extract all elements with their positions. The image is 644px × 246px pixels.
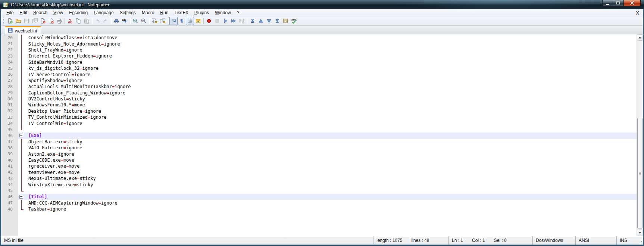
close-file-button[interactable]: × <box>39 17 47 25</box>
menu-help[interactable]: ? <box>234 9 243 16</box>
menu-encoding[interactable]: Encoding <box>66 9 91 16</box>
editor-line-32[interactable]: 32Desktop User Picture=ignore <box>1 108 637 114</box>
editor-line-20[interactable]: 20ConsoleWindowClass=vista:dontmove <box>1 35 637 41</box>
scrollbar-thumb[interactable] <box>637 118 643 228</box>
minimize-button[interactable] <box>602 0 613 6</box>
fold-collapse-icon[interactable] <box>19 195 23 199</box>
menu-plugins[interactable]: Plugins <box>191 9 212 16</box>
title-bar[interactable]: C:\Users\James\Desktop\wechsel.ini - Not… <box>0 0 644 9</box>
run-macro-multiple-button[interactable] <box>229 17 238 25</box>
save-button[interactable] <box>22 17 31 25</box>
editor-line-48[interactable]: 48Taskbar=ignore <box>1 206 637 212</box>
zoom-out-button[interactable] <box>140 17 148 25</box>
editor-line-43[interactable]: 43Nexus-Ultimate.exe=sticky <box>1 175 637 181</box>
menu-settings[interactable]: Settings <box>117 9 139 16</box>
code-text[interactable]: TV_ControlWin=ignore <box>25 120 637 126</box>
show-all-characters-button[interactable]: ¶ <box>178 17 186 25</box>
code-text[interactable]: SideBarWndv10=ignore <box>25 59 637 65</box>
close-button[interactable] <box>624 0 641 6</box>
code-text[interactable]: Sticky_Notes_Note_Adornment=ignore <box>25 41 637 47</box>
editor-pane[interactable]: 20ConsoleWindowClass=vista:dontmove21Sti… <box>1 34 643 236</box>
menu-textfx[interactable]: TextFX <box>171 9 191 16</box>
editor-line-35[interactable]: 35 <box>1 127 637 133</box>
code-text[interactable]: EasyCODE.exe=move <box>25 157 637 163</box>
code-text[interactable]: kv_ds_digitclock_32=ignore <box>25 65 637 71</box>
editor-line-38[interactable]: 38VAIO Gate.exe=ignore <box>1 145 637 151</box>
record-macro-button[interactable] <box>205 17 213 25</box>
editor-line-21[interactable]: 21Sticky_Notes_Note_Adornment=ignore <box>1 41 637 47</box>
cut-button[interactable] <box>66 17 74 25</box>
code-text[interactable]: ObjectBar.exe=sticky <box>25 139 637 145</box>
editor-line-26[interactable]: 26TV_ServerControl=ignore <box>1 71 637 77</box>
code-text[interactable]: ConsoleWindowClass=vista:dontmove <box>25 35 637 41</box>
menu-run[interactable]: Run <box>157 9 171 16</box>
toolbar-grip[interactable] <box>3 18 4 24</box>
editor-line-25[interactable]: 25kv_ds_digitclock_32=ignore <box>1 65 637 71</box>
find-button[interactable] <box>112 17 121 25</box>
code-text[interactable]: TV_ControlWinMinimized=ignore <box>25 114 637 120</box>
code-text[interactable]: ActualTools_MultiMonitorTaskbar=ignore <box>25 84 637 90</box>
editor-line-30[interactable]: 30DV2ControlHost=sticky <box>1 96 637 102</box>
vertical-scrollbar[interactable] <box>637 34 643 236</box>
editor-line-46[interactable]: 46[Titel] <box>1 194 637 200</box>
editor-line-33[interactable]: 33TV_ControlWinMinimized=ignore <box>1 114 637 120</box>
code-text[interactable]: Taskbar=ignore <box>25 206 637 212</box>
fold-margin[interactable] <box>18 133 25 138</box>
status-encoding[interactable]: ANSI <box>575 236 616 245</box>
play-macro-button[interactable] <box>221 17 229 25</box>
replace-button[interactable]: ab <box>121 17 129 25</box>
undo-button[interactable] <box>93 17 101 25</box>
copy-button[interactable] <box>74 17 82 25</box>
close-all-button[interactable]: × <box>47 17 55 25</box>
code-text[interactable]: VAIO Gate.exe=ignore <box>25 145 637 151</box>
move-up-button[interactable] <box>257 17 265 25</box>
editor-line-47[interactable]: 47AMD:CCC-AEMCapturingWindow=ignore <box>1 200 637 206</box>
menu-macro[interactable]: Macro <box>139 9 157 16</box>
editor-line-40[interactable]: 40EasyCODE.exe=move <box>1 157 637 163</box>
code-text[interactable]: CaptionButton_Floating_Window=ignore <box>25 90 637 96</box>
editor-line-24[interactable]: 24SideBarWndv10=ignore <box>1 59 637 65</box>
paste-button[interactable] <box>82 17 91 25</box>
go-to-top-button[interactable] <box>248 17 257 25</box>
code-text[interactable]: WindowsForms10.*=move <box>25 102 637 108</box>
save-macro-button[interactable] <box>238 17 246 25</box>
menu-search[interactable]: Search <box>30 9 50 16</box>
editor-line-31[interactable]: 31WindowsForms10.*=move <box>1 102 637 108</box>
editor-line-42[interactable]: 42teamviewer.exe=move <box>1 169 637 175</box>
editor-line-39[interactable]: 39Aston2.exe=ignore <box>1 151 637 157</box>
section-header-text[interactable]: [Titel] <box>25 194 637 200</box>
scroll-down-arrow[interactable] <box>637 230 643 236</box>
editor-line-23[interactable]: 23Internet Explorer_Hidden=ignore <box>1 53 637 59</box>
editor-line-45[interactable]: 45 <box>1 188 637 194</box>
fold-margin[interactable] <box>18 194 25 200</box>
code-text[interactable]: Desktop User Picture=ignore <box>25 108 637 114</box>
notepad-plus-plus-icon[interactable] <box>3 2 9 8</box>
stop-macro-button[interactable] <box>213 17 221 25</box>
new-file-button[interactable]: + <box>6 17 14 25</box>
code-text[interactable]: Shell_TrayWnd=ignore <box>25 47 637 53</box>
editor-line-27[interactable]: 27SpotifyShadow=ignore <box>1 78 637 84</box>
spell-check-button[interactable]: ABC <box>290 17 298 25</box>
scroll-up-arrow[interactable] <box>637 34 643 41</box>
status-insert-mode[interactable]: INS <box>616 236 643 245</box>
menu-edit[interactable]: Edit <box>16 9 30 16</box>
code-text[interactable]: SpotifyShadow=ignore <box>25 78 637 84</box>
code-text[interactable]: rgreceiver.exe=move <box>25 163 637 169</box>
code-text[interactable] <box>25 127 637 133</box>
fold-collapse-icon[interactable] <box>19 134 23 137</box>
editor-line-41[interactable]: 41rgreceiver.exe=move <box>1 163 637 169</box>
sync-vertical-scroll-button[interactable] <box>150 17 159 25</box>
user-defined-dialog-button[interactable] <box>194 17 202 25</box>
code-text[interactable]: TV_ServerControl=ignore <box>25 71 637 77</box>
code-text[interactable]: Nexus-Ultimate.exe=sticky <box>25 175 637 181</box>
maximize-button[interactable] <box>613 0 624 6</box>
show-indent-guide-button[interactable] <box>186 17 194 25</box>
redo-button[interactable] <box>101 17 110 25</box>
sync-horizontal-scroll-button[interactable] <box>159 17 167 25</box>
close-document-x-button[interactable]: X <box>636 10 639 16</box>
status-eol-format[interactable]: Dos\Windows <box>532 236 575 245</box>
editor-line-22[interactable]: 22Shell_TrayWnd=ignore <box>1 47 637 53</box>
editor-line-36[interactable]: 36[Exe] <box>1 133 637 138</box>
editor-line-29[interactable]: 29CaptionButton_Floating_Window=ignore <box>1 90 637 96</box>
editor-line-34[interactable]: 34TV_ControlWin=ignore <box>1 120 637 126</box>
